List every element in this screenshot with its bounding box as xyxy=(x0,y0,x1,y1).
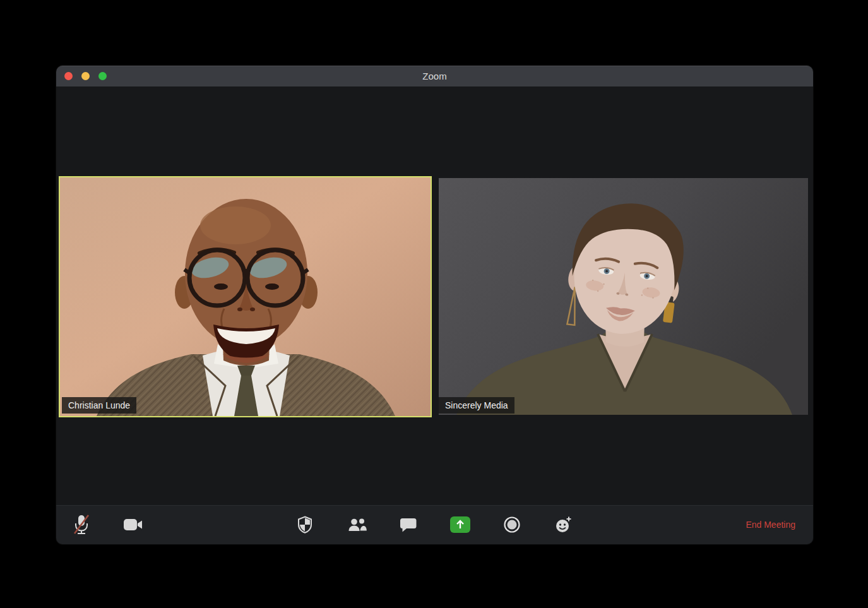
share-screen-icon xyxy=(450,516,470,533)
record-button[interactable] xyxy=(494,505,530,544)
chat-button[interactable] xyxy=(391,505,426,544)
meeting-toolbar: End Meeting xyxy=(56,505,813,544)
record-icon xyxy=(503,516,521,533)
participants-icon xyxy=(347,518,367,532)
video-camera-icon xyxy=(124,518,143,531)
zoom-app-window: Zoom xyxy=(56,66,813,544)
window-titlebar: Zoom xyxy=(56,66,813,86)
participant-name-tag: Sincerely Media xyxy=(439,397,514,414)
reactions-smiley-plus-icon xyxy=(555,516,573,533)
share-screen-button[interactable] xyxy=(443,505,478,544)
security-button[interactable] xyxy=(287,505,323,544)
participant-video-woman-portrait xyxy=(439,178,808,415)
microphone-muted-icon xyxy=(73,514,90,535)
participant-video-man-portrait xyxy=(60,177,431,416)
window-title: Zoom xyxy=(56,66,813,86)
video-tile-sincerely-media[interactable]: Sincerely Media xyxy=(439,178,808,415)
video-button[interactable] xyxy=(116,505,151,544)
end-meeting-button[interactable]: End Meeting xyxy=(746,505,795,544)
video-tile-christian-lunde[interactable]: Christian Lunde xyxy=(59,176,432,417)
chat-bubble-icon xyxy=(400,517,417,532)
participant-name-tag: Christian Lunde xyxy=(62,397,136,414)
mute-button[interactable] xyxy=(64,505,99,544)
reactions-button[interactable] xyxy=(546,505,581,544)
security-shield-icon xyxy=(297,516,312,533)
participants-button[interactable] xyxy=(339,505,374,544)
